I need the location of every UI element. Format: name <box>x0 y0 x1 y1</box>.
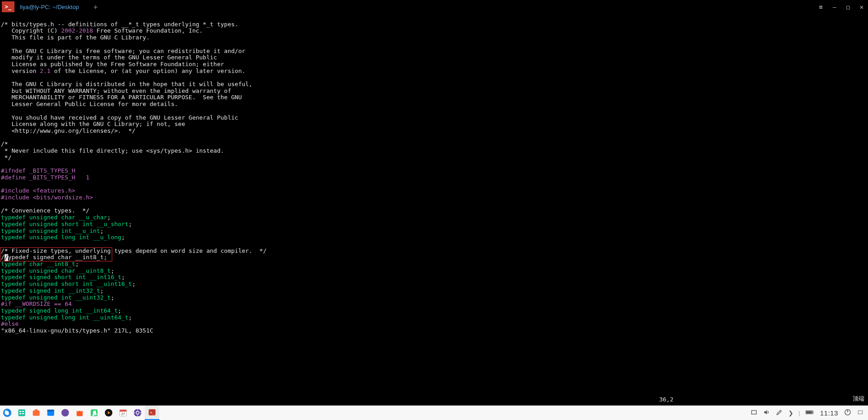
code-token: __u_long <box>93 234 122 241</box>
code-line: /* Fixed-size types, underlying types de… <box>1 247 267 254</box>
svg-rect-4 <box>19 413 21 415</box>
code-token: __u_char <box>79 214 107 221</box>
shop-app-icon[interactable] <box>72 406 87 420</box>
code-token: typedef <box>1 314 26 321</box>
code-token: ; <box>75 261 79 267</box>
vim-cursor-position: 36,2 <box>659 396 673 403</box>
code-token: ; <box>118 307 121 314</box>
media-player-icon[interactable] <box>101 406 116 420</box>
code-line: The GNU C Library is free software; you … <box>1 48 245 54</box>
code-token: char <box>26 261 47 267</box>
code-token: typedef <box>1 280 26 287</box>
tray-expand-icon[interactable]: ❯ <box>788 410 793 416</box>
svg-rect-30 <box>806 411 812 413</box>
code-line: <http://www.gnu.org/licenses/>. */ <box>1 127 135 134</box>
code-token: signed <box>26 274 54 280</box>
code-line: The GNU C Library is distributed in the … <box>1 81 253 87</box>
code-token: __u_int <box>75 227 100 234</box>
code-token: ; <box>121 234 125 241</box>
file-manager-icon[interactable] <box>14 406 29 420</box>
close-button[interactable]: ✕ <box>858 4 865 10</box>
battery-icon[interactable] <box>806 410 815 416</box>
terminal-app-icon: >_ <box>2 1 14 12</box>
svg-point-10 <box>62 409 69 417</box>
code-token: ; <box>111 267 114 274</box>
svg-rect-33 <box>858 410 862 414</box>
code-line: * Never include this file directly; use … <box>1 147 224 154</box>
code-token: typedef <box>1 234 26 241</box>
settings-icon[interactable] <box>130 406 145 420</box>
code-token: typedef <box>1 261 26 267</box>
code-line: #else <box>1 320 19 327</box>
code-token: ; <box>129 221 132 227</box>
code-token: #ifndef <box>1 167 26 174</box>
code-token: ; <box>107 214 111 221</box>
volume-icon[interactable] <box>763 409 770 417</box>
code-token: #define <box>1 174 26 181</box>
edit-tray-icon[interactable] <box>776 409 783 417</box>
code-token: unsigned <box>26 294 61 301</box>
taskbar: 27 >_ ❯ | 11:13 <box>0 406 868 420</box>
new-tab-button[interactable]: + <box>88 3 104 11</box>
code-token: long int <box>61 234 93 241</box>
code-line: modify it under the terms of the GNU Les… <box>1 54 217 61</box>
clock[interactable]: 11:13 <box>820 409 838 417</box>
code-token: signed <box>26 307 54 314</box>
svg-rect-26 <box>751 410 756 414</box>
code-token: typedef <box>1 214 26 221</box>
code-token: ; <box>100 227 104 234</box>
code-token: char <box>61 267 79 274</box>
code-token: __int8_t <box>47 261 76 267</box>
vim-cursor: / <box>5 254 8 261</box>
svg-rect-7 <box>35 410 38 412</box>
code-token: int <box>61 294 75 301</box>
code-line: License as published by the Free Softwar… <box>1 61 224 68</box>
code-line: /* Convenience types. */ <box>1 207 90 214</box>
code-token: 1 <box>86 174 90 181</box>
code-token: #include <box>1 187 33 194</box>
code-line: #if __WORDSIZE == 64 <box>1 300 72 307</box>
code-token: signed <box>26 287 54 294</box>
start-menu-icon[interactable] <box>0 406 14 420</box>
code-token: _BITS_TYPES_H <box>26 167 76 174</box>
code-token: typedef <box>1 227 26 234</box>
code-token: unsigned <box>26 214 61 221</box>
hamburger-menu-icon[interactable]: ≡ <box>817 4 825 10</box>
moon-app-icon[interactable] <box>58 406 72 420</box>
code-token: 2002-2018 <box>61 27 93 34</box>
vim-file-status: "x86_64-linux-gnu/bits/types.h" 217L, 83… <box>1 327 153 334</box>
code-token: ; <box>100 287 104 294</box>
calendar-icon[interactable]: 27 <box>116 406 130 420</box>
tray-folder-icon[interactable] <box>750 409 758 417</box>
code-line: This file is part of the GNU C Library. <box>1 34 150 41</box>
code-token: typedef <box>1 267 26 274</box>
code-token: short int <box>61 280 96 287</box>
desktop-toggle-icon[interactable] <box>857 409 863 417</box>
code-token: __uint32_t <box>75 294 110 301</box>
code-line: License along with the GNU C Library; if… <box>1 121 185 127</box>
svg-text:27: 27 <box>121 412 125 416</box>
terminal-content[interactable]: /* bits/types.h -- definitions of __*_t … <box>0 14 868 334</box>
code-token: 2.1 <box>40 68 50 74</box>
browser-icon[interactable] <box>43 406 58 420</box>
code-token: unsigned <box>26 314 61 321</box>
maximize-button[interactable]: ▢ <box>844 4 852 10</box>
power-icon[interactable] <box>844 408 852 418</box>
code-token: unsigned <box>26 234 61 241</box>
code-token: ; <box>132 280 136 287</box>
code-token: short int <box>54 274 89 280</box>
svg-rect-1 <box>19 410 25 416</box>
svg-rect-3 <box>22 411 24 412</box>
terminal-taskbar-icon[interactable]: >_ <box>145 406 159 420</box>
code-token: __u_short <box>96 221 128 227</box>
tab-title[interactable]: liya@ly-PC: ~/Desktop <box>18 4 88 10</box>
code-token: __uint8_t <box>79 267 110 274</box>
code-token: #include <box>1 194 33 201</box>
app-store-icon[interactable] <box>29 406 43 420</box>
minimize-button[interactable]: — <box>831 4 838 10</box>
code-token: unsigned <box>26 227 61 234</box>
svg-rect-29 <box>813 411 814 413</box>
code-token: unsigned <box>26 221 61 227</box>
code-token: typedef <box>1 221 26 227</box>
music-app-icon[interactable] <box>87 406 101 420</box>
